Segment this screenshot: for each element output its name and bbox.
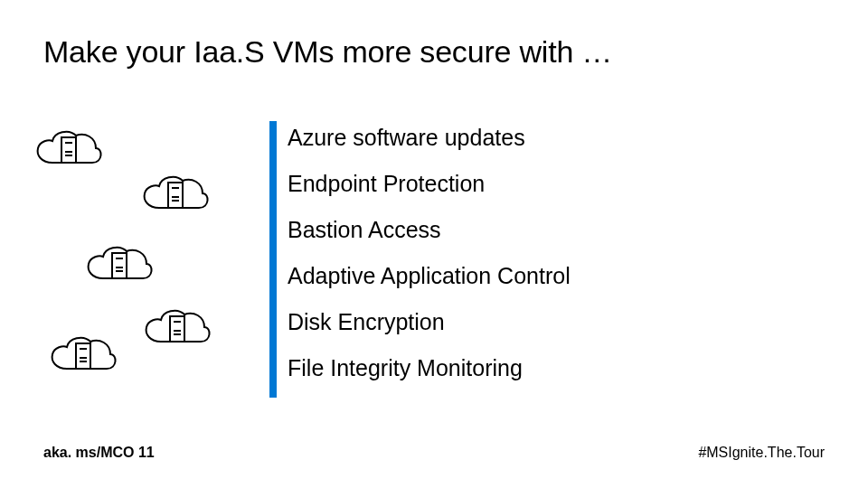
cloud-vm-icon — [141, 305, 213, 356]
svg-rect-12 — [170, 316, 184, 342]
slide-title: Make your Iaa.S VMs more secure with … — [43, 34, 612, 70]
footer-link: aka. ms/MCO 11 — [43, 445, 155, 461]
vertical-divider — [269, 121, 277, 398]
cloud-cluster — [33, 127, 259, 398]
feature-item: Adaptive Application Control — [288, 263, 571, 289]
cloud-vm-icon — [47, 333, 119, 383]
feature-item: Endpoint Protection — [288, 171, 571, 197]
cloud-vm-icon — [83, 242, 156, 293]
feature-list: Azure software updates Endpoint Protecti… — [288, 125, 571, 381]
svg-rect-16 — [76, 343, 90, 369]
feature-item: Azure software updates — [288, 125, 571, 151]
footer-hashtag: #MSIgnite.The.Tour — [698, 445, 825, 461]
cloud-vm-icon — [33, 127, 105, 177]
feature-item: Bastion Access — [288, 217, 571, 243]
feature-item: File Integrity Monitoring — [288, 355, 571, 381]
slide: Make your Iaa.S VMs more secure with … — [0, 0, 868, 488]
feature-item: Disk Encryption — [288, 309, 571, 335]
cloud-vm-icon — [139, 172, 212, 222]
svg-rect-0 — [61, 137, 76, 163]
svg-rect-4 — [168, 183, 183, 208]
svg-rect-8 — [112, 253, 127, 278]
